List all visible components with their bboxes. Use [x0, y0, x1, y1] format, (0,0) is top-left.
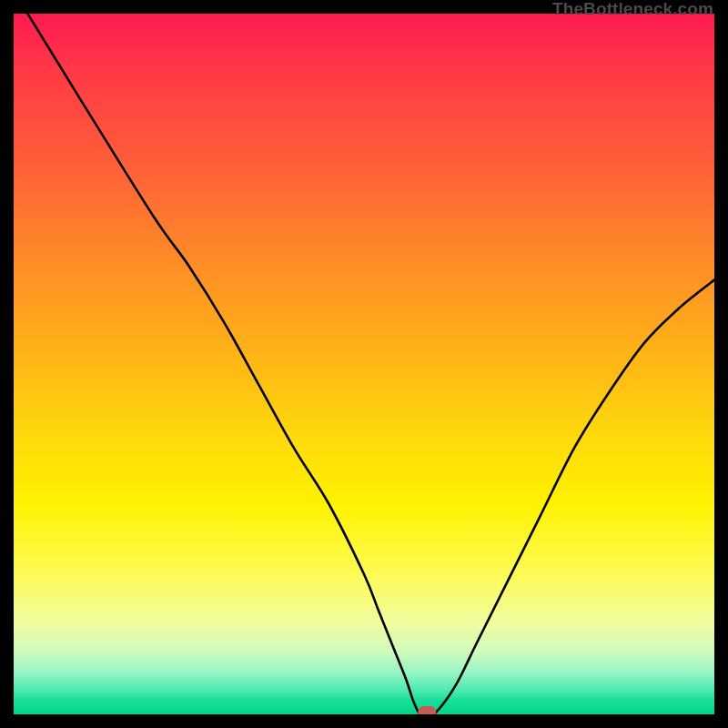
minimum-marker [418, 706, 436, 714]
outer-frame: TheBottleneck.com [0, 0, 728, 728]
plot-area [14, 14, 714, 714]
watermark-text: TheBottleneck.com [552, 0, 713, 19]
curve-path [27, 14, 714, 714]
bottleneck-curve [14, 14, 714, 714]
